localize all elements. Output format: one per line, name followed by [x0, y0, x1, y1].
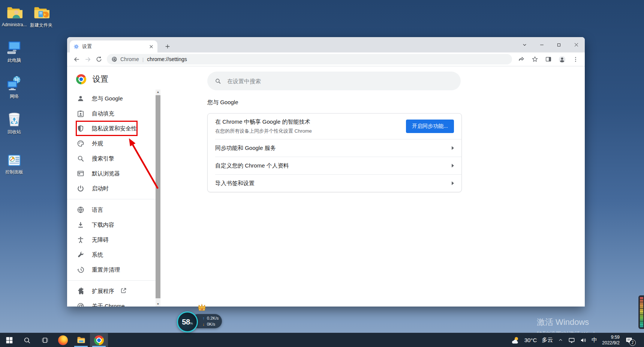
windows-logo-icon	[5, 336, 13, 344]
shield-icon	[77, 125, 84, 132]
scrollbar-thumb[interactable]	[156, 95, 160, 298]
wrench-icon	[77, 251, 84, 259]
ime-indicator[interactable]: 中	[592, 337, 597, 344]
globe-icon	[77, 206, 84, 214]
sidebar-item-extensions[interactable]: 扩展程序	[67, 284, 156, 299]
window-controls	[516, 37, 585, 52]
bookmark-star-icon[interactable]	[529, 54, 541, 65]
sidebar-item-autofill[interactable]: 自动填充	[67, 106, 156, 121]
taskbar-clock[interactable]: 9:59 2022/9/2	[602, 335, 620, 346]
network-tray-icon[interactable]	[568, 337, 575, 344]
speed-booster-widget[interactable]: ↑ 0.2K/s ↓ 0K/s VIP 58 %	[175, 303, 228, 334]
import-bookmarks-row[interactable]: 导入书签和设置	[208, 175, 461, 192]
tab-settings[interactable]: 设置	[70, 40, 157, 52]
watermark-line1: 激活 Windows	[537, 317, 605, 328]
puzzle-icon	[77, 287, 84, 295]
system-tray: 30°C 多云 中 9:59 2022/9/2 2	[511, 333, 644, 347]
sidebar-item-appearance[interactable]: 外观	[67, 136, 156, 151]
vip-crown-badge: VIP	[197, 304, 207, 313]
search-icon	[23, 337, 31, 344]
customize-profile-row[interactable]: 自定义您的 Chrome 个人资料	[208, 157, 461, 174]
url-brand: Chrome	[120, 56, 139, 62]
taskbar-explorer-button[interactable]	[72, 333, 90, 347]
boost-percentage-gauge[interactable]: 58 %	[177, 311, 198, 332]
task-view-button[interactable]	[36, 333, 54, 347]
tray-chevron-up-icon[interactable]	[558, 337, 563, 343]
scrollbar-up-arrow[interactable]: ▲	[156, 90, 160, 94]
desktop-icon-label: 此电脑	[7, 57, 21, 64]
chrome-page-icon	[111, 56, 117, 62]
reload-button[interactable]	[93, 54, 105, 65]
desktop-icon-new-folder[interactable]: 新建文件夹	[28, 3, 54, 28]
sidebar-item-about-chrome[interactable]: 关于 Chrome	[67, 299, 156, 307]
sidebar-item-downloads[interactable]: 下载内容	[67, 217, 156, 232]
desktop-icon-admin-folder[interactable]: Administra...	[1, 3, 27, 27]
browser-toolbar: Chrome | chrome://settings	[67, 52, 585, 66]
accessibility-icon	[77, 236, 84, 244]
sidebar-item-you-and-google[interactable]: 您与 Google	[67, 91, 156, 106]
control-panel-icon	[7, 150, 22, 168]
upload-speed: 0.2K/s	[207, 316, 219, 320]
network-icon	[6, 74, 23, 92]
desktop-icon-this-pc[interactable]: 此电脑	[1, 38, 27, 64]
you-and-google-card: 在 Chrome 中畅享 Google 的智能技术 在您的所有设备上同步并个性化…	[207, 113, 462, 192]
sidebar-item-languages[interactable]: 语言	[67, 202, 156, 217]
taskbar-search-button[interactable]	[18, 333, 36, 347]
magnifier-icon	[77, 155, 84, 162]
desktop-icon-label: 网络	[10, 93, 19, 100]
scrollbar-down-arrow[interactable]: ▼	[156, 302, 160, 307]
tab-close-icon[interactable]	[149, 44, 154, 49]
close-button[interactable]	[568, 37, 585, 52]
forward-button[interactable]	[82, 54, 93, 65]
desktop-icon-recycle-bin[interactable]: 回收站	[1, 110, 27, 135]
sidebar-item-system[interactable]: 系统	[67, 247, 156, 262]
menu-dots-icon[interactable]	[570, 54, 581, 65]
maximize-button[interactable]	[550, 37, 568, 52]
taskbar-firefox-button[interactable]	[54, 333, 72, 347]
notification-center-button[interactable]: 2	[625, 336, 634, 345]
folder-icon	[33, 3, 50, 21]
turn-on-sync-button[interactable]: 开启同步功能...	[406, 120, 454, 133]
boost-percent: 58	[182, 318, 190, 326]
url-text: chrome://settings	[147, 56, 187, 62]
history-reset-icon	[77, 266, 84, 274]
palette-icon	[77, 140, 84, 147]
edge-meter-widget[interactable]	[638, 295, 644, 329]
sidebar-item-on-startup[interactable]: 启动时	[67, 181, 156, 196]
share-icon[interactable]	[516, 54, 527, 65]
weather-temp[interactable]: 30°C	[524, 337, 537, 343]
clock-date: 2022/9/2	[602, 340, 620, 346]
taskbar-chrome-button[interactable]	[90, 333, 108, 347]
volume-icon[interactable]	[580, 337, 587, 344]
new-tab-button[interactable]	[162, 40, 174, 52]
user-folder-icon	[6, 3, 23, 21]
tab-search-chevron-icon[interactable]	[516, 37, 533, 52]
meter-bars-icon	[640, 297, 643, 327]
sync-promo-subtitle: 在您的所有设备上同步并个性化设置 Chrome	[215, 128, 406, 135]
url-separator: |	[142, 57, 144, 62]
desktop: Administra... 新建文件夹 此电脑 网络 回收站 控制面板 设置	[0, 0, 644, 347]
weather-icon[interactable]	[511, 336, 520, 345]
browser-window-icon	[77, 170, 84, 177]
weather-desc[interactable]: 多云	[542, 337, 553, 344]
sidebar-item-accessibility[interactable]: 无障碍	[67, 232, 156, 247]
sidebar-divider	[67, 199, 156, 199]
address-bar[interactable]: Chrome | chrome://settings	[107, 54, 512, 64]
profile-avatar[interactable]	[556, 54, 568, 65]
minimize-button[interactable]	[533, 37, 550, 52]
desktop-icon-network[interactable]: 网络	[1, 74, 27, 100]
settings-scrollbar[interactable]: ▲ ▼	[156, 90, 160, 307]
taskbar: 30°C 多云 中 9:59 2022/9/2 2	[0, 333, 644, 347]
back-button[interactable]	[71, 54, 82, 65]
start-button[interactable]	[0, 333, 18, 347]
sync-and-google-services-row[interactable]: 同步功能和 Google 服务	[208, 139, 461, 157]
sidebar-item-default-browser[interactable]: 默认浏览器	[67, 166, 156, 181]
settings-sidebar: 您与 Google 自动填充 隐私设置和安全性 外观 搜索引擎	[67, 91, 156, 307]
chevron-right-icon	[452, 146, 454, 150]
sidebar-item-reset-cleanup[interactable]: 重置并清理	[67, 262, 156, 277]
download-arrow-icon: ↓	[202, 322, 205, 326]
sidebar-item-privacy-security[interactable]: 隐私设置和安全性	[67, 121, 156, 136]
sidebar-item-search-engine[interactable]: 搜索引擎	[67, 151, 156, 166]
desktop-icon-control-panel[interactable]: 控制面板	[1, 150, 27, 175]
side-panel-icon[interactable]	[543, 54, 554, 65]
